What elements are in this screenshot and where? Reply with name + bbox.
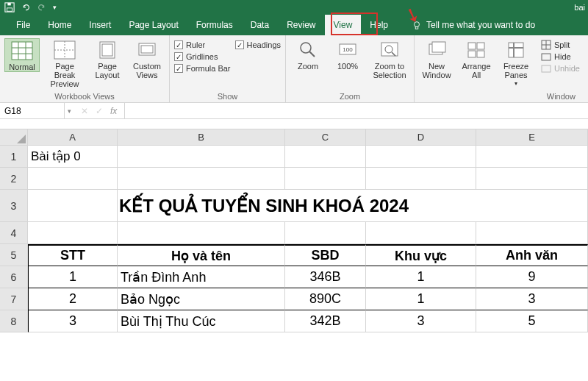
page-layout-view-button[interactable]: Page Layout — [90, 38, 125, 79]
enter-icon[interactable]: ✓ — [96, 106, 103, 116]
zoom-to-selection-button[interactable]: Zoom to Selection — [370, 38, 409, 79]
name-box-dropdown-icon[interactable]: ▾ — [65, 107, 74, 115]
row-header-8[interactable]: 8 — [0, 310, 28, 332]
cell-d4[interactable] — [366, 222, 476, 244]
cell-a7[interactable]: 2 — [28, 288, 118, 310]
row-header-7[interactable]: 7 — [0, 288, 28, 310]
cell-e8[interactable]: 5 — [476, 310, 588, 332]
headings-checkbox[interactable]: ✓Headings — [235, 40, 281, 49]
new-window-button[interactable]: New Window — [419, 38, 454, 79]
page-break-preview-button[interactable]: Page Break Preview — [44, 38, 85, 88]
percent-icon: 100 — [337, 40, 359, 60]
tab-data[interactable]: Data — [242, 15, 278, 35]
tab-insert[interactable]: Insert — [80, 15, 120, 35]
name-box[interactable]: G18 — [0, 103, 65, 118]
save-icon[interactable] — [4, 2, 15, 13]
select-all-button[interactable] — [0, 129, 28, 146]
cell-e1[interactable] — [476, 146, 588, 168]
cell-d2[interactable] — [366, 168, 476, 190]
spacer — [0, 119, 588, 129]
cell-e6[interactable]: 9 — [476, 266, 588, 288]
cell-a6[interactable]: 1 — [28, 266, 118, 288]
hide-icon — [541, 51, 551, 62]
formula-input[interactable] — [124, 103, 588, 118]
group-zoom: Zoom 100 100% Zoom to Selection Zoom — [286, 35, 415, 102]
formula-bar-checkbox[interactable]: ✓Formula Bar — [174, 64, 231, 73]
cell-b7[interactable]: Bảo Ngọc — [118, 288, 285, 310]
svg-text:100: 100 — [343, 46, 353, 53]
header-kv[interactable]: Khu vực — [366, 244, 476, 266]
svg-line-18 — [309, 51, 315, 57]
cell-c7[interactable]: 890C — [285, 288, 366, 310]
row-header-1[interactable]: 1 — [0, 146, 28, 168]
tab-page-layout[interactable]: Page Layout — [120, 15, 187, 35]
tell-me-search[interactable]: Tell me what you want to do — [412, 20, 535, 30]
cancel-icon[interactable]: ✕ — [81, 106, 88, 116]
row-header-4[interactable]: 4 — [0, 222, 28, 244]
unhide-button[interactable]: Unhide — [541, 63, 580, 74]
undo-icon[interactable] — [21, 2, 31, 13]
col-header-b[interactable]: B — [118, 129, 285, 146]
custom-views-button[interactable]: Custom Views — [129, 38, 165, 79]
fx-icon[interactable]: fx — [110, 106, 117, 116]
cell-e7[interactable]: 3 — [476, 288, 588, 310]
cell-d1[interactable] — [366, 146, 476, 168]
cell-a1[interactable]: Bài tập 0 — [28, 146, 118, 168]
svg-rect-5 — [12, 42, 32, 60]
svg-rect-29 — [477, 51, 484, 57]
row-header-6[interactable]: 6 — [0, 266, 28, 288]
cell-a2[interactable] — [28, 168, 118, 190]
cell-a4[interactable] — [28, 222, 118, 244]
quick-access-toolbar: ▾ bai — [0, 0, 588, 15]
cell-e2[interactable] — [476, 168, 588, 190]
tab-review[interactable]: Review — [278, 15, 324, 35]
cell-d7[interactable]: 1 — [366, 288, 476, 310]
customize-qat-icon[interactable]: ▾ — [53, 4, 57, 11]
row-header-5[interactable]: 5 — [0, 244, 28, 266]
header-sbd[interactable]: SBD — [285, 244, 366, 266]
zoom-100-button[interactable]: 100 100% — [330, 38, 365, 71]
row-header-3[interactable]: 3 — [0, 190, 28, 222]
arrange-all-button[interactable]: Arrange All — [459, 38, 494, 79]
split-button[interactable]: Split — [541, 40, 580, 50]
cell-b4[interactable] — [118, 222, 285, 244]
cell-d8[interactable]: 3 — [366, 310, 476, 332]
cell-a8[interactable]: 3 — [28, 310, 118, 332]
tab-home[interactable]: Home — [39, 15, 80, 35]
tab-file[interactable]: File — [7, 15, 39, 35]
header-stt[interactable]: STT — [28, 244, 118, 266]
redo-icon[interactable] — [37, 2, 47, 13]
gridlines-checkbox[interactable]: ✓Gridlines — [174, 52, 231, 61]
zoom-button[interactable]: Zoom — [290, 38, 326, 71]
col-header-a[interactable]: A — [28, 129, 118, 146]
row-header-2[interactable]: 2 — [0, 168, 28, 190]
cell-c8[interactable]: 342B — [285, 310, 366, 332]
tab-formulas[interactable]: Formulas — [187, 15, 242, 35]
cell-c6[interactable]: 346B — [285, 266, 366, 288]
freeze-icon — [505, 40, 527, 60]
worksheet-grid[interactable]: A B C D E 1 Bài tập 0 2 3 KẾT QUẢ TUYỂN … — [0, 129, 588, 332]
freeze-panes-button[interactable]: Freeze Panes ▾ — [498, 38, 534, 88]
ruler-checkbox[interactable]: ✓Ruler — [174, 40, 231, 49]
cell-d6[interactable]: 1 — [366, 266, 476, 288]
col-header-c[interactable]: C — [285, 129, 366, 146]
new-window-icon — [426, 40, 448, 60]
title-cell[interactable]: KẾT QUẢ TUYỂN SINH KHOÁ 2024 — [118, 190, 588, 222]
cell-c1[interactable] — [285, 146, 366, 168]
col-header-d[interactable]: D — [366, 129, 476, 146]
cell-b1[interactable] — [118, 146, 285, 168]
normal-view-button[interactable]: Normal — [4, 38, 40, 72]
svg-rect-27 — [477, 43, 484, 49]
header-av[interactable]: Anh văn — [476, 244, 588, 266]
cell-a3[interactable] — [28, 190, 118, 222]
cell-e4[interactable] — [476, 222, 588, 244]
cell-b2[interactable] — [118, 168, 285, 190]
hide-button[interactable]: Hide — [541, 51, 580, 62]
cell-c4[interactable] — [285, 222, 366, 244]
group-show: ✓Ruler ✓Gridlines ✓Formula Bar ✓Headings… — [170, 35, 286, 102]
cell-c2[interactable] — [285, 168, 366, 190]
cell-b6[interactable]: Trần Đình Anh — [118, 266, 285, 288]
cell-b8[interactable]: Bùi Thị Thu Cúc — [118, 310, 285, 332]
header-name[interactable]: Họ và tên — [118, 244, 285, 266]
col-header-e[interactable]: E — [476, 129, 588, 146]
